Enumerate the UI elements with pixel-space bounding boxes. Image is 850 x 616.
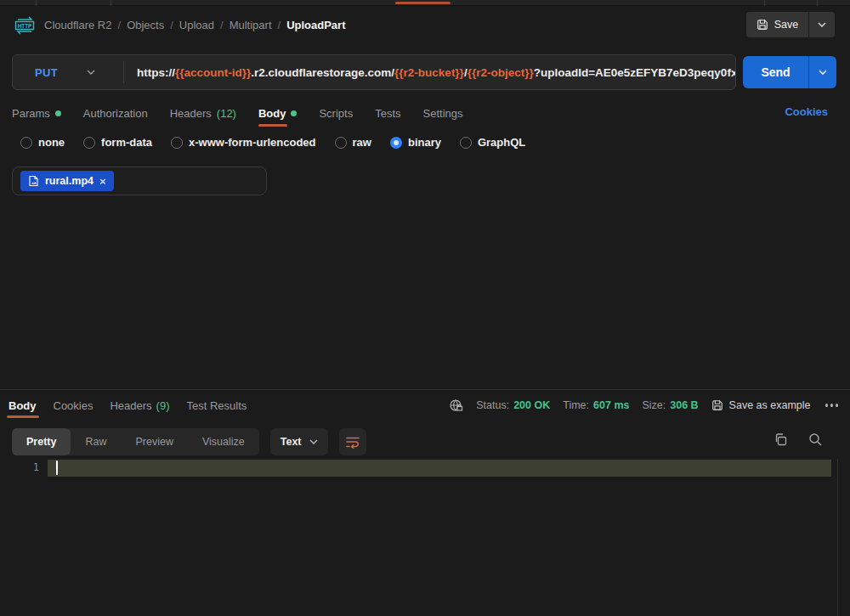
time-value[interactable]: 607 ms: [593, 399, 629, 411]
response-tab-cookies[interactable]: Cookies: [54, 399, 94, 412]
breadcrumb-item[interactable]: Objects: [127, 19, 164, 31]
status-value[interactable]: 200 OK: [513, 399, 550, 411]
response-section-divider: [0, 389, 850, 390]
save-button-label: Save: [774, 19, 799, 31]
url-segment: https://: [137, 66, 175, 79]
response-body-tools: [774, 432, 823, 447]
tab-separator: [764, 0, 765, 6]
tab-tests[interactable]: Tests: [375, 107, 400, 120]
binary-file-input[interactable]: rural.mp4 ×: [12, 167, 267, 195]
breadcrumb-separator: /: [170, 19, 173, 31]
request-header: HTTP Cloudflare R2 / Objects / Upload / …: [0, 6, 850, 47]
body-modified-dot: [291, 110, 297, 116]
view-mode-preview[interactable]: Preview: [121, 428, 187, 455]
response-headers-count: (9): [156, 399, 170, 412]
tab-label: Headers: [110, 399, 151, 412]
svg-text:HTTP: HTTP: [18, 23, 32, 29]
file-name: rural.mp4: [45, 175, 94, 187]
response-tab-headers[interactable]: Headers (9): [110, 399, 169, 412]
segment-label: Preview: [135, 436, 173, 448]
tab-authorization[interactable]: Authorization: [83, 107, 148, 120]
save-button[interactable]: Save: [746, 12, 808, 37]
url-input[interactable]: https://{{account-id}}.r2.cloudflarestor…: [124, 66, 735, 79]
radio-graphql[interactable]: GraphQL: [460, 136, 525, 149]
method-selector[interactable]: PUT: [13, 55, 123, 89]
url-template-variable: {{account-id}}: [175, 66, 251, 79]
breadcrumb-item[interactable]: Multipart: [230, 19, 272, 31]
url-template-variable: {{r2-bucket}}: [394, 66, 464, 79]
send-button[interactable]: Send: [743, 56, 808, 88]
http-request-icon: HTTP: [14, 16, 36, 35]
tab-body[interactable]: Body: [258, 107, 298, 120]
active-tab-underline: [7, 415, 39, 418]
radio-label: binary: [408, 136, 441, 149]
save-icon: [756, 19, 768, 31]
more-actions-icon[interactable]: [824, 400, 841, 410]
response-tabs: Body Cookies Headers (9) Test Results: [8, 393, 246, 418]
search-icon[interactable]: [808, 432, 823, 447]
breadcrumb-separator: /: [278, 19, 281, 31]
time-label: Time:: [563, 399, 589, 411]
active-tab-underline: [258, 124, 287, 127]
tab-scripts[interactable]: Scripts: [319, 107, 353, 120]
language-label: Text: [280, 436, 302, 448]
status-group: Status: 200 OK: [476, 399, 550, 411]
segment-label: Raw: [85, 436, 106, 448]
language-dropdown[interactable]: Text: [270, 428, 328, 455]
active-line-highlight: [48, 460, 831, 477]
headers-count: (12): [217, 107, 236, 120]
editor-scrollbar[interactable]: [837, 459, 838, 616]
radio-raw[interactable]: raw: [335, 136, 371, 149]
size-value[interactable]: 306 B: [670, 399, 698, 411]
tab-params[interactable]: Params: [12, 107, 61, 120]
radio-label: GraphQL: [478, 136, 525, 149]
body-type-options: none form-data x-www-form-urlencoded raw…: [20, 136, 525, 149]
radio-none[interactable]: none: [20, 136, 65, 149]
save-options-button[interactable]: [809, 12, 835, 37]
radio-icon: [335, 137, 347, 149]
remove-file-icon[interactable]: ×: [99, 176, 106, 187]
response-tab-body[interactable]: Body: [8, 399, 37, 412]
tab-headers[interactable]: Headers (12): [170, 107, 236, 120]
tab-label: Body: [8, 399, 37, 412]
send-options-button[interactable]: [809, 56, 836, 88]
network-info-icon[interactable]: [449, 398, 463, 413]
time-group: Time: 607 ms: [563, 399, 629, 411]
response-toolbar: Pretty Raw Preview Visualize Text: [12, 427, 366, 456]
tab-label: Scripts: [319, 107, 353, 120]
request-tabs: Params Authorization Headers (12) Body S…: [12, 100, 463, 126]
tab-settings[interactable]: Settings: [423, 107, 463, 120]
send-split-button: Send: [743, 56, 836, 88]
breadcrumb-current: UploadPart: [286, 19, 345, 31]
line-number: 1: [0, 461, 39, 473]
file-chip[interactable]: rural.mp4 ×: [20, 171, 114, 191]
response-tab-test-results[interactable]: Test Results: [187, 399, 247, 412]
tab-label: Authorization: [83, 107, 148, 120]
view-mode-visualize[interactable]: Visualize: [188, 428, 259, 455]
app-window: HTTP Cloudflare R2 / Objects / Upload / …: [0, 0, 850, 616]
size-label: Size:: [642, 399, 666, 411]
radio-form-data[interactable]: form-data: [83, 136, 152, 149]
tab-label: Cookies: [54, 399, 94, 412]
copy-icon[interactable]: [774, 432, 788, 447]
tab-label: Settings: [423, 107, 463, 120]
view-mode-raw[interactable]: Raw: [71, 428, 121, 455]
save-as-example-label: Save as example: [729, 399, 811, 411]
view-mode-pretty[interactable]: Pretty: [12, 428, 71, 455]
radio-x-www-form-urlencoded[interactable]: x-www-form-urlencoded: [171, 136, 316, 149]
response-body-editor[interactable]: 1: [0, 459, 850, 616]
save-as-example-button[interactable]: Save as example: [711, 399, 811, 411]
radio-label: none: [38, 136, 65, 149]
breadcrumb-item[interactable]: Upload: [179, 19, 214, 31]
response-meta: Status: 200 OK Time: 607 ms Size: 306 B …: [449, 393, 840, 418]
tab-label: Headers: [170, 107, 212, 120]
radio-icon: [83, 137, 95, 149]
save-icon: [711, 399, 723, 411]
segment-label: Pretty: [26, 436, 56, 448]
radio-binary[interactable]: binary: [390, 136, 441, 149]
active-tab-indicator: [395, 2, 450, 4]
wrap-text-button[interactable]: [339, 428, 366, 455]
breadcrumb-item[interactable]: Cloudflare R2: [44, 19, 112, 31]
radio-label: form-data: [101, 136, 152, 149]
cookies-link[interactable]: Cookies: [785, 105, 828, 118]
